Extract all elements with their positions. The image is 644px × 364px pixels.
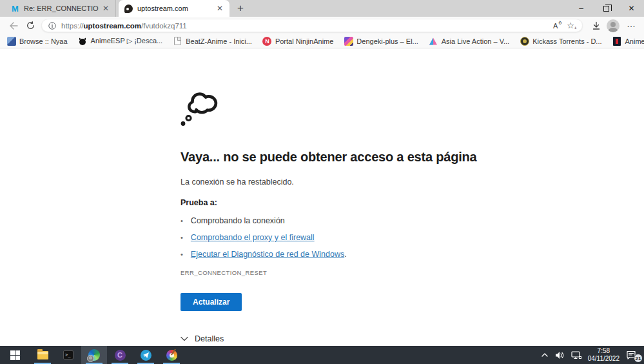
tab-title: uptostream.com — [137, 5, 213, 12]
refresh-icon — [26, 21, 35, 30]
network-diagnostics-link[interactable]: Ejecutar el Diagnóstico de red de Window… — [191, 250, 344, 259]
clock-date: 04/11/2022 — [588, 355, 620, 363]
window-controls: – ✕ — [569, 0, 644, 17]
telegram-icon — [141, 350, 151, 361]
tab-movistar-forum[interactable]: M Re: ERR_CONNECTION_RESET - C ✕ — [5, 0, 116, 17]
page-favicon-icon — [173, 36, 182, 46]
action-center-button[interactable]: 21 — [626, 349, 640, 361]
bookmark-label: AnimeESP ▷ ¡Desca... — [91, 37, 163, 45]
black-cat-favicon-icon — [78, 36, 88, 46]
bookmark-label: Dengeki-plus – El... — [356, 37, 418, 45]
bittorrent-icon: C — [115, 350, 126, 361]
suggestion-suffix: . — [344, 250, 346, 259]
url-text[interactable]: https://uptostream.com/fvutdokzq711 — [61, 22, 553, 30]
close-button[interactable]: ✕ — [619, 0, 644, 17]
notification-count-badge: 21 — [634, 354, 643, 363]
download-icon — [592, 21, 601, 30]
error-title: Vaya... no se puede obtener acceso a est… — [181, 150, 490, 165]
ethernet-network-icon — [571, 351, 581, 359]
taskbar-command-prompt[interactable]: >_ — [55, 346, 81, 364]
taskbar-file-explorer[interactable] — [30, 346, 55, 364]
suggestion-check-connection: • Comprobando la conexión — [181, 216, 490, 225]
bookmarks-bar: Browse :: Nyaa AnimeESP ▷ ¡Desca... Beat… — [0, 34, 644, 48]
bookmark-kickass-torrents[interactable]: Kickass Torrents - D... — [520, 36, 601, 46]
tab-uptostream[interactable]: uptostream.com ✕ — [119, 0, 229, 17]
volume-button[interactable] — [555, 351, 565, 359]
bookmark-label: Portal NinjinAnime — [275, 37, 333, 45]
error-suggestion-list: • Comprobando la conexión • Comprobando … — [181, 216, 490, 259]
details-label: Detalles — [195, 334, 224, 343]
start-button[interactable] — [0, 346, 30, 364]
bookmark-asia-live-action[interactable]: Asia Live Action – V... — [429, 36, 509, 46]
refresh-button[interactable] — [22, 19, 39, 33]
tray-overflow-chevron[interactable] — [541, 352, 549, 358]
windows-taskbar: >_ C 7:58 04/11/2022 21 — [0, 346, 644, 364]
taskbar-telegram[interactable] — [133, 346, 159, 364]
settings-menu-button[interactable]: … — [627, 19, 636, 29]
back-button[interactable] — [5, 19, 22, 33]
tab-close-icon[interactable]: ✕ — [215, 4, 224, 13]
proxy-firewall-link[interactable]: Comprobando el proxy y el firewall — [191, 233, 315, 242]
windows-logo-icon — [10, 350, 20, 360]
navigation-bar: https://uptostream.com/fvutdokzq711 A ☆ … — [0, 17, 644, 34]
bullet-icon: • — [181, 234, 183, 241]
new-tab-button[interactable]: + — [237, 2, 244, 15]
chevron-up-icon — [541, 352, 549, 358]
error-try-heading: Prueba a: — [181, 198, 490, 207]
asia-triangle-favicon-icon — [429, 36, 438, 46]
restore-icon — [603, 6, 609, 12]
taskbar-bittorrent[interactable]: C — [107, 346, 133, 364]
thought-cloud-icon — [181, 88, 223, 128]
bullet-icon: • — [181, 217, 183, 225]
read-aloud-icon[interactable]: A — [553, 22, 558, 30]
minimize-button[interactable]: – — [569, 0, 594, 17]
bookmark-dengeki-plus[interactable]: Dengeki-plus – El... — [344, 36, 418, 46]
avatar — [607, 19, 620, 32]
tab-title: Re: ERR_CONNECTION_RESET - C — [24, 5, 99, 12]
uptostream-favicon-icon — [124, 4, 133, 14]
refresh-page-button[interactable]: Actualizar — [181, 293, 242, 311]
speaker-icon — [555, 351, 565, 359]
details-toggle[interactable]: Detalles — [181, 334, 490, 343]
bookmark-label: Anime | Estrenos de... — [625, 37, 644, 45]
bookmark-animeesp[interactable]: AnimeESP ▷ ¡Desca... — [78, 36, 163, 46]
bookmark-beatz-anime[interactable]: BeatZ-Anime - Inici... — [173, 36, 252, 46]
site-info-icon[interactable] — [48, 22, 56, 30]
bookmark-label: BeatZ-Anime - Inici... — [186, 37, 252, 45]
bookmark-label: Browse :: Nyaa — [19, 37, 68, 45]
dengeki-favicon-icon — [344, 36, 353, 46]
suggestion-run-network-diagnostics: • Ejecutar el Diagnóstico de red de Wind… — [181, 250, 490, 259]
chevron-down-icon — [181, 336, 188, 341]
suggestion-check-proxy-firewall: • Comprobando el proxy y el firewall — [181, 233, 490, 242]
error-block: Vaya... no se puede obtener acceso a est… — [181, 88, 490, 343]
error-code: ERR_CONNECTION_RESET — [181, 269, 490, 276]
tab-close-icon[interactable]: ✕ — [101, 4, 110, 13]
address-bar[interactable]: https://uptostream.com/fvutdokzq711 A ☆ — [41, 19, 583, 32]
taskbar-clock[interactable]: 7:58 04/11/2022 — [588, 347, 620, 363]
error-message: La conexión se ha restablecido. — [181, 177, 490, 187]
bookmark-label: Asia Live Action – V... — [442, 37, 509, 45]
nyaa-favicon-icon — [6, 36, 16, 46]
add-favorite-icon[interactable]: ☆ — [567, 21, 574, 30]
kickass-favicon-icon — [520, 36, 529, 46]
browser-window: M Re: ERR_CONNECTION_RESET - C ✕ uptostr… — [0, 0, 644, 364]
suggestion-text: Comprobando la conexión — [191, 216, 285, 225]
taskbar-paint-app[interactable] — [159, 346, 184, 364]
ninjin-favicon-icon: N — [262, 36, 272, 46]
clock-time: 7:58 — [588, 347, 620, 356]
system-tray: 7:58 04/11/2022 21 — [541, 346, 644, 364]
bullet-icon: • — [181, 250, 183, 258]
bookmark-nyaa[interactable]: Browse :: Nyaa — [6, 36, 68, 46]
movistar-favicon-icon: M — [10, 4, 20, 14]
tab-strip: M Re: ERR_CONNECTION_RESET - C ✕ uptostr… — [0, 0, 644, 17]
taskbar-edge[interactable] — [81, 346, 107, 364]
bookmark-ninjinanime[interactable]: N Portal NinjinAnime — [262, 36, 333, 46]
downloads-button[interactable] — [588, 19, 605, 33]
bookmark-label: Kickass Torrents - D... — [532, 37, 601, 45]
profile-button[interactable] — [605, 19, 621, 33]
network-button[interactable] — [571, 351, 581, 359]
restore-button[interactable] — [594, 0, 619, 17]
page-content: Vaya... no se puede obtener acceso a est… — [0, 49, 644, 346]
bookmark-anime-estrenos[interactable]: Anime | Estrenos de... — [612, 36, 644, 46]
paint-palette-icon — [166, 350, 177, 361]
